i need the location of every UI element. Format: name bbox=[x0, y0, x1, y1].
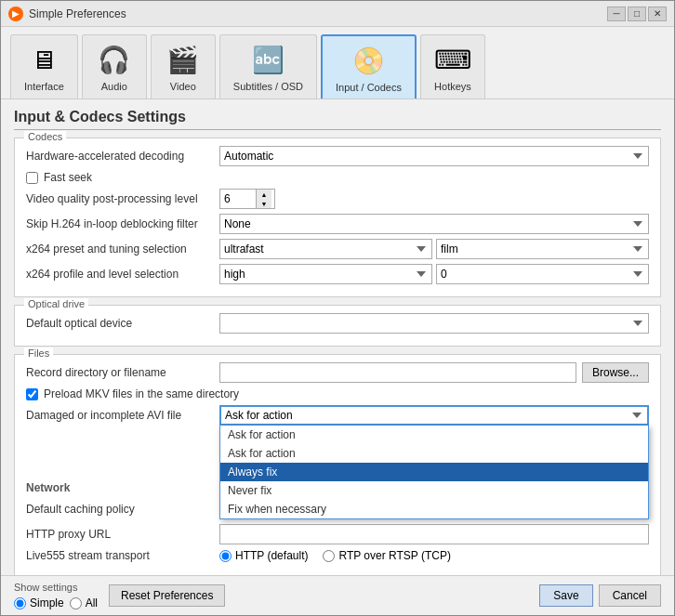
preload-label: Preload MKV files in the same directory bbox=[44, 387, 239, 400]
http-proxy-row: HTTP proxy URL bbox=[26, 524, 649, 544]
http-radio-item: HTTP (default) bbox=[219, 549, 308, 562]
codecs-section: Codecs Hardware-accelerated decoding Aut… bbox=[14, 138, 661, 297]
hw-decoding-select[interactable]: Automatic DirectX VA 2.0 NVIDIA CUDA Dis… bbox=[219, 146, 649, 166]
x264-preset-split: ultrafast superfast veryfast faster fast… bbox=[219, 239, 649, 259]
all-radio[interactable] bbox=[70, 597, 82, 609]
x264-preset-label: x264 preset and tuning selection bbox=[26, 242, 212, 256]
live555-radios: HTTP (default) RTP over RTSP (TCP) bbox=[219, 549, 649, 562]
record-browse: Browse... bbox=[219, 362, 649, 383]
optical-section: Optical drive Default optical device bbox=[14, 305, 661, 347]
titlebar-title: Simple Preferences bbox=[29, 7, 126, 20]
simple-radio[interactable] bbox=[14, 597, 26, 609]
browse-button[interactable]: Browse... bbox=[582, 362, 649, 383]
titlebar-controls: ─ □ ✕ bbox=[607, 7, 667, 21]
record-row: Record directory or filename Browse... bbox=[26, 362, 649, 383]
vq-up[interactable]: ▲ bbox=[257, 190, 271, 199]
optical-device-select[interactable] bbox=[219, 313, 649, 334]
hw-decoding-row: Hardware-accelerated decoding Automatic … bbox=[26, 146, 649, 166]
x264-preset-select[interactable]: ultrafast superfast veryfast faster fast… bbox=[219, 239, 432, 259]
subtitles-icon: 🔤 bbox=[249, 41, 286, 78]
tab-hotkeys[interactable]: ⌨ Hotkeys bbox=[420, 34, 485, 98]
http-radio-label: HTTP (default) bbox=[235, 549, 308, 562]
interface-icon: 🖥 bbox=[25, 41, 62, 78]
http-proxy-control bbox=[219, 524, 649, 544]
fast-seek-row: Fast seek bbox=[26, 171, 649, 184]
optical-device-row: Default optical device bbox=[26, 313, 649, 334]
hotkeys-icon: ⌨ bbox=[434, 41, 471, 78]
input-icon: 📀 bbox=[350, 42, 387, 79]
skip-h264-row: Skip H.264 in-loop deblocking filter Non… bbox=[26, 214, 649, 234]
x264-level-select[interactable]: 0 1 2 3 bbox=[436, 264, 649, 284]
minimize-button[interactable]: ─ bbox=[607, 7, 626, 21]
live555-label: Live555 stream transport bbox=[26, 549, 212, 562]
tab-interface[interactable]: 🖥 Interface bbox=[10, 34, 78, 98]
codecs-label: Codecs bbox=[24, 131, 66, 142]
tab-audio[interactable]: 🎧 Audio bbox=[82, 34, 147, 98]
hw-decoding-label: Hardware-accelerated decoding bbox=[26, 150, 212, 163]
tab-subtitles-label: Subtitles / OSD bbox=[233, 81, 303, 92]
preload-checkbox[interactable] bbox=[26, 388, 38, 400]
damaged-option-when[interactable]: Fix when necessary bbox=[220, 500, 648, 518]
skip-h264-control: None Non-ref Bidir Non-key All bbox=[219, 214, 649, 234]
tab-hotkeys-label: Hotkeys bbox=[434, 81, 471, 92]
http-proxy-input[interactable] bbox=[219, 524, 649, 544]
footer-left: Show settings Simple All Reset Preferenc… bbox=[14, 582, 225, 609]
tab-input-label: Input / Codecs bbox=[336, 82, 402, 93]
main-window: ▶ Simple Preferences ─ □ ✕ 🖥 Interface 🎧… bbox=[0, 0, 675, 616]
page-title: Input & Codecs Settings bbox=[14, 109, 661, 130]
tab-input[interactable]: 📀 Input / Codecs bbox=[321, 34, 417, 98]
vq-input[interactable] bbox=[220, 190, 256, 207]
tab-video[interactable]: 🎬 Video bbox=[151, 34, 216, 98]
damaged-option-ask2[interactable]: Ask for action bbox=[220, 444, 648, 463]
show-settings-group: Show settings Simple All bbox=[14, 582, 98, 609]
x264-tuning-select[interactable]: film animation grain stillimage psnr ssi… bbox=[436, 239, 649, 259]
video-icon: 🎬 bbox=[165, 41, 202, 78]
http-proxy-label: HTTP proxy URL bbox=[26, 528, 212, 541]
rtp-radio-label: RTP over RTSP (TCP) bbox=[338, 549, 450, 562]
skip-h264-select[interactable]: None Non-ref Bidir Non-key All bbox=[219, 214, 649, 234]
damaged-option-never[interactable]: Never fix bbox=[220, 481, 648, 500]
files-label: Files bbox=[24, 347, 53, 359]
tab-subtitles[interactable]: 🔤 Subtitles / OSD bbox=[219, 34, 317, 98]
files-section: Files Record directory or filename Brows… bbox=[14, 354, 661, 575]
damaged-dropdown: Ask for action Ask for action Always fix… bbox=[219, 426, 649, 519]
network-section-inline: Network bbox=[26, 481, 82, 494]
all-radio-label: All bbox=[86, 596, 98, 609]
restore-button[interactable]: □ bbox=[628, 7, 646, 21]
vq-down[interactable]: ▼ bbox=[257, 199, 271, 208]
fast-seek-checkbox[interactable] bbox=[26, 172, 38, 184]
close-button[interactable]: ✕ bbox=[648, 7, 667, 21]
damaged-option-always[interactable]: Always fix bbox=[220, 463, 648, 481]
preload-row: Preload MKV files in the same directory bbox=[26, 387, 649, 400]
optical-label: Optical drive bbox=[24, 298, 88, 309]
http-radio[interactable] bbox=[219, 550, 232, 562]
reset-button[interactable]: Reset Preferences bbox=[109, 584, 225, 607]
x264-profile-row: x264 profile and level selection baselin… bbox=[26, 264, 649, 284]
tab-audio-label: Audio bbox=[101, 81, 127, 92]
cancel-button[interactable]: Cancel bbox=[599, 584, 661, 607]
show-settings-radios: Simple All bbox=[14, 596, 98, 609]
caching-label: Default caching policy bbox=[26, 503, 212, 516]
vq-spinbox: ▲ ▼ bbox=[219, 189, 275, 209]
damaged-option-ask1[interactable]: Ask for action bbox=[220, 426, 648, 444]
vq-label: Video quality post-processing level bbox=[26, 192, 212, 205]
optical-device-control bbox=[219, 313, 649, 334]
hw-decoding-control: Automatic DirectX VA 2.0 NVIDIA CUDA Dis… bbox=[219, 146, 649, 166]
x264-profile-split: baseline main high 0 1 2 3 bbox=[219, 264, 649, 284]
record-input[interactable] bbox=[219, 362, 576, 383]
optical-device-label: Default optical device bbox=[26, 317, 212, 330]
x264-profile-select[interactable]: baseline main high bbox=[219, 264, 432, 284]
simple-radio-label: Simple bbox=[30, 596, 64, 609]
damaged-select[interactable]: Ask for action bbox=[219, 405, 649, 426]
tab-interface-label: Interface bbox=[24, 81, 64, 92]
rtp-radio[interactable] bbox=[323, 550, 335, 562]
damaged-control: Ask for action Ask for action Ask for ac… bbox=[219, 405, 649, 426]
fast-seek-label: Fast seek bbox=[44, 171, 92, 184]
rtp-radio-item: RTP over RTSP (TCP) bbox=[323, 549, 450, 562]
tab-video-label: Video bbox=[170, 81, 196, 92]
skip-h264-label: Skip H.264 in-loop deblocking filter bbox=[26, 217, 212, 230]
save-button[interactable]: Save bbox=[539, 584, 592, 607]
footer-right: Save Cancel bbox=[539, 584, 661, 607]
live555-row: Live555 stream transport HTTP (default) … bbox=[26, 549, 649, 562]
vq-row: Video quality post-processing level ▲ ▼ bbox=[26, 189, 649, 209]
